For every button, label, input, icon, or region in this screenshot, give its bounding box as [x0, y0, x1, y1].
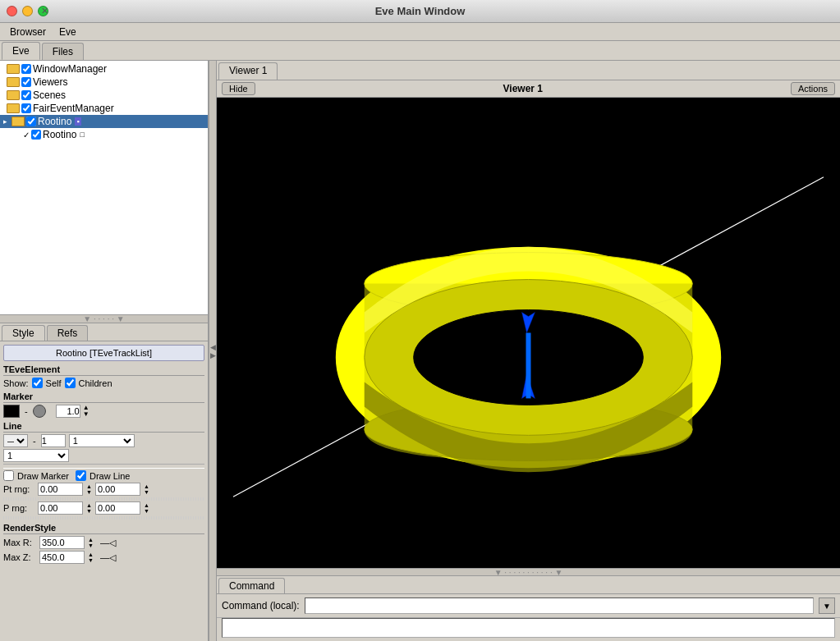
command-text-input[interactable] [305, 598, 814, 614]
max-r-down[interactable]: ▼ [88, 543, 94, 548]
right-panel: Viewer 1 Hide Viewer 1 Actions [217, 61, 840, 641]
self-checkbox[interactable] [32, 378, 43, 388]
viewport-resize-handle[interactable]: ▼ · · · · · · · · · · · ▼ [217, 568, 840, 576]
tab-refs[interactable]: Refs [47, 325, 89, 341]
tree-checkbox-scenes[interactable] [21, 90, 31, 100]
line-row2: 12 [3, 449, 204, 462]
tree-checkbox-windowmanager[interactable] [21, 64, 31, 74]
marker-color-swatch[interactable] [3, 405, 20, 418]
max-z-row: Max Z: ▲ ▼ —◁ [3, 551, 204, 564]
folder-icon [11, 117, 25, 126]
hide-button[interactable]: Hide [222, 82, 255, 95]
menu-eve[interactable]: Eve [53, 25, 83, 39]
max-z-input[interactable] [39, 551, 85, 564]
max-r-input[interactable] [39, 536, 85, 549]
self-label: Self [46, 378, 62, 388]
child-badge: □ [80, 130, 84, 139]
max-z-slider-icon: —◁ [100, 552, 116, 563]
command-output-area [222, 618, 835, 638]
close-button[interactable] [7, 6, 17, 16]
p-rng-min-input[interactable] [38, 501, 83, 515]
max-z-down[interactable]: ▼ [88, 557, 94, 563]
menubar: Browser Eve [0, 23, 840, 41]
tree-item-viewers[interactable]: Viewers [0, 76, 208, 89]
tab-files[interactable]: Files [42, 43, 84, 60]
max-r-slider-icon: —◁ [100, 538, 116, 548]
viewer-tab-1[interactable]: Viewer 1 [218, 62, 278, 80]
titlebar-title: Eve Main Window [375, 5, 466, 17]
separator [3, 464, 204, 469]
separator-dots2 [3, 516, 204, 520]
tab-style[interactable]: Style [2, 325, 45, 341]
pt-max-up[interactable]: ▲ [144, 483, 149, 489]
folder-icon [7, 64, 20, 74]
vertical-divider[interactable]: ◀ ▶ [209, 61, 217, 641]
pt-min-up[interactable]: ▲ [86, 483, 92, 489]
resize-arrows: ▼ · · · · · · · · · · · ▼ [494, 568, 563, 577]
tree-label: Rootino [43, 129, 76, 140]
max-z-up[interactable]: ▲ [88, 552, 94, 557]
tree-expand-arrow[interactable]: ▸ [3, 117, 11, 126]
tree-item-faireventmanager[interactable]: FairEventManager [0, 102, 208, 115]
minimize-button[interactable] [22, 6, 33, 16]
line-style2-select[interactable]: 12 [3, 449, 69, 462]
top-tabbar: Eve Files [0, 41, 840, 61]
tree-checkbox-rootino[interactable] [26, 117, 36, 126]
marker-size-down[interactable]: ▼ [83, 411, 90, 418]
p-rng-max-input[interactable] [95, 501, 140, 515]
p-min-down[interactable]: ▼ [86, 508, 92, 514]
tree-item-scenes[interactable]: Scenes [0, 89, 208, 102]
show-label: Show: [3, 378, 29, 388]
draw-marker-checkbox[interactable] [3, 470, 14, 481]
command-label: Command (local): [222, 600, 300, 611]
command-dropdown-button[interactable]: ▼ [819, 598, 835, 614]
line-type-select[interactable]: 123 [69, 434, 135, 447]
pt-rng-max-input[interactable] [95, 483, 140, 496]
marker-header: Marker [3, 391, 204, 403]
tree-checkbox-rootino-child[interactable] [31, 130, 41, 140]
tree-view[interactable]: WindowManager Viewers Scenes Fai [0, 61, 208, 315]
p-rng-row: P rng: ▲ ▼ ▲ ▼ [3, 501, 204, 515]
tree-item-rootino-child[interactable]: ✓ Rootino □ [0, 128, 208, 141]
marker-size-input[interactable] [56, 405, 80, 418]
command-panel: Command Command (local): ▼ [217, 576, 840, 641]
tree-label: Scenes [33, 89, 66, 101]
max-r-row: Max R: ▲ ▼ —◁ [3, 536, 204, 549]
p-max-up[interactable]: ▲ [144, 502, 149, 508]
pt-max-down[interactable]: ▼ [144, 489, 149, 495]
children-checkbox[interactable] [65, 378, 76, 388]
tree-checkbox-viewers[interactable] [21, 77, 31, 87]
main-layout: WindowManager Viewers Scenes Fai [0, 61, 840, 641]
max-r-up[interactable]: ▲ [88, 537, 94, 543]
tree-item-rootino[interactable]: ▸ Rootino ▪ [0, 115, 208, 128]
tree-checkbox-faireventmanager[interactable] [21, 103, 31, 113]
viewer-tabbar: Viewer 1 [217, 61, 840, 80]
tree-label: Rootino [38, 116, 71, 127]
tab-eve[interactable]: Eve [2, 42, 40, 60]
pt-min-down[interactable]: ▼ [86, 489, 92, 495]
left-resize-handle[interactable]: ▼ · · · · · ▼ [0, 315, 208, 323]
pt-rng-row: Pt rng: ▲ ▼ ▲ ▼ [3, 483, 204, 496]
actions-button[interactable]: Actions [791, 82, 835, 95]
draw-line-checkbox[interactable] [76, 470, 86, 481]
titlebar-icon: ✕ [41, 6, 48, 16]
tree-item-windowmanager[interactable]: WindowManager [0, 62, 208, 76]
line-style-select[interactable]: —--·· [3, 434, 28, 447]
right-arrow-icon: ▶ [210, 351, 216, 359]
p-min-up[interactable]: ▲ [86, 502, 92, 508]
3d-scene-svg [217, 98, 840, 568]
viewer-title: Viewer 1 [503, 83, 543, 94]
pt-rng-min-input[interactable] [38, 483, 83, 496]
menu-browser[interactable]: Browser [3, 25, 53, 39]
max-r-label: Max R: [3, 538, 36, 547]
3d-viewport[interactable] [217, 98, 840, 568]
marker-dot-button[interactable] [33, 405, 46, 418]
p-max-down[interactable]: ▼ [144, 508, 149, 514]
marker-row: - ▲ ▼ [3, 405, 204, 418]
tab-command[interactable]: Command [218, 578, 285, 593]
children-label: Children [79, 378, 112, 388]
line-width-input[interactable] [41, 434, 66, 447]
left-arrow-icon: ◀ [210, 343, 216, 351]
folder-icon [7, 77, 20, 87]
draw-marker-label: Draw Marker [17, 471, 69, 481]
